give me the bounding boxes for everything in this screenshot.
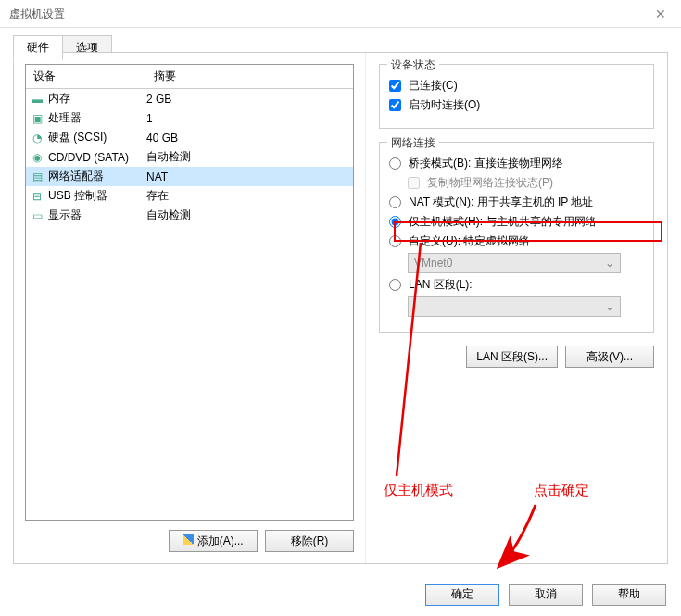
summary-label: 存在: [146, 188, 349, 204]
add-button[interactable]: 添加(A)...: [169, 530, 258, 552]
device-label: 显示器: [48, 207, 82, 223]
summary-label: 2 GB: [146, 93, 349, 106]
custom-vmnet-select: VMnet0⌄: [408, 253, 644, 273]
chevron-down-icon: ⌄: [605, 254, 614, 272]
radio-custom[interactable]: 自定义(U): 特定虚拟网络: [389, 233, 644, 249]
hardware-table: 设备 摘要 ▬内存2 GB▣处理器1◔硬盘 (SCSI)40 GB◉CD/DVD…: [25, 64, 354, 521]
group-title-network: 网络连接: [387, 135, 439, 151]
table-row[interactable]: ▭显示器自动检测: [26, 206, 353, 225]
table-row[interactable]: ⊟USB 控制器存在: [26, 186, 353, 206]
device-label: USB 控制器: [48, 188, 107, 204]
close-icon[interactable]: ✕: [649, 0, 672, 28]
titlebar: 虚拟机设置 ✕: [0, 0, 681, 28]
device-label: 网络适配器: [48, 169, 104, 184]
summary-label: 40 GB: [146, 132, 349, 145]
advanced-button[interactable]: 高级(V)...: [565, 346, 654, 368]
radio-bridged[interactable]: 桥接模式(B): 直接连接物理网络: [389, 156, 644, 171]
right-pane: 设备状态 已连接(C) 启动时连接(O) 网络连接 桥接模式(B): 直接连接物…: [366, 53, 667, 563]
replicate-checkbox: 复制物理网络连接状态(P): [408, 175, 644, 191]
radio-nat[interactable]: NAT 模式(N): 用于共享主机的 IP 地址: [389, 195, 644, 210]
chevron-down-icon: ⌄: [605, 297, 614, 316]
left-buttons: 添加(A)... 移除(R): [25, 530, 354, 552]
summary-label: NAT: [146, 170, 349, 183]
disc-icon: ◉: [30, 151, 44, 164]
table-row[interactable]: ▣处理器1: [26, 108, 353, 128]
summary-label: 自动检测: [146, 149, 349, 165]
group-title-status: 设备状态: [387, 57, 439, 73]
header-device: 设备: [26, 65, 146, 88]
ok-button[interactable]: 确定: [425, 584, 499, 606]
table-header: 设备 摘要: [26, 65, 353, 89]
left-pane: 设备 摘要 ▬内存2 GB▣处理器1◔硬盘 (SCSI)40 GB◉CD/DVD…: [14, 53, 366, 563]
network-connection-group: 网络连接 桥接模式(B): 直接连接物理网络 复制物理网络连接状态(P) NAT…: [379, 142, 654, 333]
table-row[interactable]: ◔硬盘 (SCSI)40 GB: [26, 128, 353, 147]
table-row[interactable]: ▬内存2 GB: [26, 89, 353, 108]
bottom-bar: 确定 取消 帮助: [0, 572, 681, 616]
help-button[interactable]: 帮助: [592, 584, 666, 606]
summary-label: 1: [146, 112, 349, 125]
cancel-button[interactable]: 取消: [509, 584, 583, 606]
device-label: 内存: [48, 91, 70, 107]
lan-segments-button[interactable]: LAN 区段(S)...: [466, 346, 558, 368]
tab-hardware[interactable]: 硬件: [13, 35, 63, 60]
header-summary: 摘要: [146, 65, 353, 88]
table-row[interactable]: ▤网络适配器NAT: [26, 167, 353, 186]
display-icon: ▭: [30, 209, 44, 222]
cpu-icon: ▣: [30, 112, 44, 125]
connected-checkbox[interactable]: 已连接(C): [389, 78, 644, 94]
memory-icon: ▬: [30, 93, 44, 106]
right-buttons: LAN 区段(S)... 高级(V)...: [379, 346, 654, 368]
lan-segment-select: ⌄: [408, 296, 644, 317]
radio-hostonly[interactable]: 仅主机模式(H): 与主机共享的专用网络: [389, 214, 644, 230]
net-icon: ▤: [30, 170, 44, 183]
table-row[interactable]: ◉CD/DVD (SATA)自动检测: [26, 147, 353, 167]
device-label: 硬盘 (SCSI): [48, 130, 107, 145]
disk-icon: ◔: [30, 132, 44, 145]
device-label: 处理器: [48, 110, 82, 126]
radio-lan[interactable]: LAN 区段(L):: [389, 277, 644, 293]
remove-button[interactable]: 移除(R): [265, 530, 354, 552]
summary-label: 自动检测: [146, 207, 349, 223]
device-status-group: 设备状态 已连接(C) 启动时连接(O): [379, 64, 654, 129]
connect-at-power-checkbox[interactable]: 启动时连接(O): [389, 97, 644, 113]
main-panel: 设备 摘要 ▬内存2 GB▣处理器1◔硬盘 (SCSI)40 GB◉CD/DVD…: [13, 52, 668, 564]
window-title: 虚拟机设置: [9, 0, 65, 28]
device-label: CD/DVD (SATA): [48, 151, 129, 164]
shield-icon: [183, 534, 194, 545]
usb-icon: ⊟: [30, 190, 44, 203]
